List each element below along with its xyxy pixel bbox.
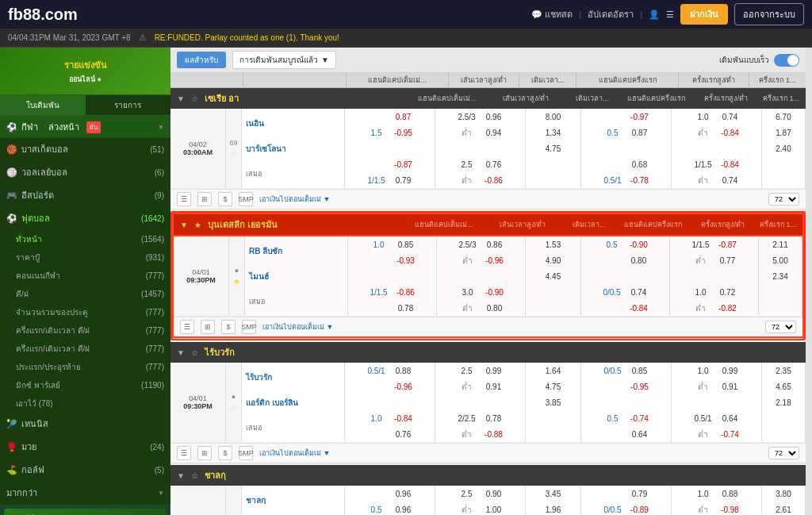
- logout-button[interactable]: ออกจากระบบ: [734, 3, 804, 25]
- sport-item-basketball[interactable]: 🏀 บาสเก็ตบอล (51): [0, 138, 170, 161]
- team-away-3[interactable]: แอร์ดิก เบอร์ลิน: [246, 397, 340, 409]
- match-actions-2: ● ★: [229, 236, 245, 316]
- sport-item-esports[interactable]: 🎮 อีสปอร์ต (9): [0, 184, 170, 207]
- star-league-4[interactable]: ☆: [191, 471, 198, 480]
- collapse-icon-3[interactable]: ▼: [177, 348, 185, 357]
- star-match-2[interactable]: ★: [233, 277, 240, 286]
- star-match-3[interactable]: ☆: [230, 403, 237, 412]
- soccer-icon: ⚽: [6, 122, 17, 133]
- league-header-4: ▼ ☆ ชาลกฺ: [170, 465, 806, 486]
- footer-btn-list-2[interactable]: ☰: [180, 320, 194, 334]
- right-scrollbar[interactable]: [806, 48, 812, 515]
- tab-bets[interactable]: ใบเดิมพัน: [0, 95, 86, 115]
- show-more-2[interactable]: เอาเงินไปตอนเต็มเม่ ▼: [262, 321, 759, 332]
- footer-btn-smp-1[interactable]: SMP: [239, 192, 253, 206]
- collapse-icon-1[interactable]: ▼: [177, 94, 185, 103]
- sport-item-football[interactable]: ⚽ ฟุตบอล (1642): [0, 207, 170, 230]
- sub-sport-total[interactable]: จำนวนรวมของประตู (777): [0, 303, 170, 321]
- footer-btn-dollar-2[interactable]: $: [221, 320, 236, 334]
- betting-type-dropdown[interactable]: การเดิมพันสมบูรณ์แล้ว ▼: [232, 51, 336, 69]
- team-home-4[interactable]: ชาลกฺ: [246, 494, 340, 506]
- quick-bet-toggle[interactable]: [774, 54, 799, 67]
- col-header-ou: เส้นเวลาสูง/ต่ำ: [449, 73, 519, 87]
- footer-btn-dollar-1[interactable]: $: [218, 192, 232, 206]
- tab-history[interactable]: รายการ: [86, 95, 171, 115]
- team-home-2[interactable]: RB ลีบซัก: [249, 245, 343, 257]
- sub-sport-corners[interactable]: คอนเนนกีฬา (777): [0, 267, 170, 285]
- team-home-3[interactable]: ไร้บวรัก: [246, 371, 340, 383]
- ht-hc-group-4: 0.79 0/0.5 -0.89 0.52: [581, 486, 672, 515]
- match-actions-4: ● ☆: [226, 486, 242, 515]
- team-away-2[interactable]: ไมนฮ์: [249, 271, 343, 282]
- footer-btn-smp-3[interactable]: SMP: [239, 446, 253, 460]
- expand-icon-3[interactable]: ●: [232, 393, 236, 401]
- promotions-link[interactable]: อัปเดตอัตรา: [588, 7, 634, 21]
- match-footer-1: ☰ ⊞ $ SMP เอาเงินไปตอนเต็มเม่ ▼ 72: [170, 189, 806, 209]
- collapse-icon-4[interactable]: ▼: [177, 471, 185, 480]
- expand-icon-2[interactable]: ●: [235, 267, 239, 275]
- sub-sport-ht-1x2[interactable]: ครึ่งแรก/เดิมเวลา ดี/ฝ (777): [0, 321, 170, 340]
- sub-sport-outright[interactable]: เอาไว้ (78): [0, 394, 170, 413]
- last-col-group-3: 2.35 4.65 2.18: [762, 363, 806, 442]
- menu-icon[interactable]: ☰: [666, 10, 674, 20]
- collapse-icon-2[interactable]: ▼: [180, 221, 188, 229]
- match-row-3: 04/01 09:30PM ● ☆ ไร้บวรัก แอร์ดิก เบอร์…: [170, 363, 806, 443]
- sport-item-more[interactable]: มากกว่า ▼: [0, 482, 170, 505]
- sub-sport-ht-ou[interactable]: ครึ่งแรก/เดิมเวลา ดี/ฝ (777): [0, 340, 170, 358]
- league-sub-headers-2: แฮนดิแคปเต็มเม่... เส้นเวลาสูง/ต่ำ เดิมเ…: [415, 219, 796, 230]
- count-select-1[interactable]: 72: [768, 193, 799, 206]
- expand-icon-1[interactable]: 69: [229, 139, 237, 147]
- banner-subtext: ออนไลน์ ●: [69, 74, 102, 85]
- ou-group-2: 2.5/3 0.86 ต่ำ -0.96 3.0 -0.90: [437, 236, 526, 316]
- deposit-button[interactable]: ฝากเงิน: [680, 4, 728, 25]
- sub-sport-first-last[interactable]: ประแรก/ประอุรท้าย (777): [0, 358, 170, 376]
- toggle-thumb: [787, 55, 799, 66]
- count-select-2[interactable]: 72: [765, 321, 796, 333]
- match-odds-2: 1.0 0.85 -0.93 1/1.5 -0.86: [348, 236, 802, 316]
- virtual-sports-btn[interactable]: 🎯 กีฬาจำลอง: [4, 509, 167, 515]
- chat-icon[interactable]: 💬 แชทสด: [531, 7, 573, 21]
- filter-results-btn[interactable]: ผลสำหรับ: [177, 52, 226, 68]
- footer-btn-table-3[interactable]: ⊞: [197, 446, 212, 460]
- sports-section-header[interactable]: ⚽ กีฬา ล่วงหน้า ผัน ▼: [0, 116, 170, 138]
- match-time-1: 04/02 03:00AM: [170, 109, 226, 188]
- match-actions-3: ● ☆: [226, 363, 242, 442]
- sub-sport-full[interactable]: ทั่วหน้า (1564): [0, 230, 170, 248]
- footer-btn-list-1[interactable]: ☰: [177, 192, 191, 206]
- show-more-3[interactable]: เอาเงินไปตอนเต็มเม่ ▼: [259, 448, 762, 459]
- footer-btn-table-2[interactable]: ⊞: [201, 320, 215, 334]
- match-time-3: 04/01 09:30PM: [170, 363, 226, 442]
- ou-group-3: 2.5 0.99 ต่ำ 0.91 2/2.5 0.78: [435, 363, 526, 442]
- star-league-2[interactable]: ★: [194, 221, 201, 229]
- ou-row-1-1: 2.5/3 0.96: [435, 109, 525, 125]
- sport-item-golf[interactable]: ⛳ กอล์ฟ (5): [0, 459, 170, 482]
- count-select-3[interactable]: 72: [768, 447, 799, 459]
- footer-btn-list-3[interactable]: ☰: [177, 446, 191, 460]
- col-header-ht-col1: ครึ่งแรก 1...: [749, 73, 806, 87]
- sports-label: กีฬา: [21, 120, 38, 134]
- team-draw-1: เสมอ: [246, 168, 340, 179]
- star-match-1[interactable]: ☆: [230, 149, 237, 158]
- show-more-1[interactable]: เอาเงินไปตอนเต็มเม่ ▼: [259, 194, 762, 205]
- logo[interactable]: fb88.com: [8, 6, 78, 24]
- footer-btn-table-1[interactable]: ⊞: [197, 192, 212, 206]
- sport-item-tennis[interactable]: 🎾 เทนนิส: [0, 413, 170, 436]
- odds-row-1-1: 0.87: [345, 109, 435, 125]
- team-home-1[interactable]: เนอิน: [246, 117, 340, 129]
- sub-sport-1x2[interactable]: ดี/ฝ (1457): [0, 285, 170, 303]
- golf-icon: ⛳: [6, 465, 17, 475]
- odds-row-1-2: 1.5 -0.95: [345, 125, 435, 140]
- match-footer-3: ☰ ⊞ $ SMP เอาเงินไปตอนเต็มเม่ ▼ 72: [170, 443, 806, 463]
- footer-btn-smp-2[interactable]: SMP: [242, 320, 256, 334]
- team-away-1[interactable]: บาร์เซโลนา: [246, 143, 340, 155]
- star-league-1[interactable]: ☆: [191, 94, 198, 103]
- star-league-3[interactable]: ☆: [191, 348, 198, 357]
- user-icon[interactable]: 👤: [649, 10, 660, 20]
- main-layout: รายแข่งขัน ออนไลน์ ● ใบเดิมพัน รายการ ⚽ …: [0, 48, 812, 515]
- sport-item-boxing[interactable]: 🥊 มวย (24): [0, 436, 170, 459]
- match-teams-1: เนอิน บาร์เซโลนา เสมอ: [242, 109, 345, 188]
- sub-sport-parlay[interactable]: ราคาบู๊ (931): [0, 248, 170, 267]
- sport-item-volleyball[interactable]: 🏐 วอลเลย์บอล (6): [0, 161, 170, 184]
- footer-btn-dollar-3[interactable]: $: [218, 446, 232, 460]
- sub-sport-mixparlay[interactable]: มิกซ์ พาร์เลย์ (1190): [0, 376, 170, 394]
